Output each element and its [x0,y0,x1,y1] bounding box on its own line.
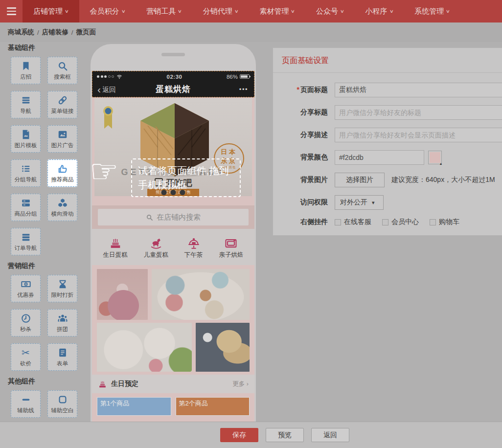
phone-speaker [161,53,185,56]
clock-icon [21,313,31,324]
component-shop-sign[interactable]: 店招 [11,57,41,84]
chevron-down-icon: ∨ [121,9,125,14]
shopping-cart-checkbox[interactable]: 购物车 [430,218,459,226]
component-group-buy[interactable]: 拼团 [47,309,77,336]
component-recommended-products[interactable]: 推荐商品 [47,159,77,187]
search-icon [146,214,153,221]
category-nav-component: 生日蛋糕 儿童蛋糕 下午茶 亲子烘焙 [92,229,254,265]
color-picker-swatch[interactable] [428,151,442,164]
cake-small-icon [98,380,107,389]
page-title: 蛋糕烘焙 [156,84,191,95]
birthday-booking-section[interactable]: 生日预定 更多 [92,375,254,393]
link-icon [57,94,68,106]
drag-tip-tooltip: 试着将页面组件,拖到手机模拟框 [131,158,241,197]
field-page-title: *页面标题 [273,83,502,97]
pointing-hand-icon: ☞ [90,156,118,188]
more-link[interactable]: 更多 [232,380,249,388]
cake-dome-icon [187,235,201,250]
product-placeholder-2[interactable]: 第2个商品 [176,397,250,416]
gallery-image-bread[interactable] [196,323,250,372]
breadcrumb-mall-system[interactable]: 商城系统 [8,28,34,37]
chevron-down-icon: ∨ [340,9,344,14]
phone-simulator: 02:30 86% 返回 蛋糕烘焙 ••• [91,44,256,422]
wifi-icon [116,74,122,80]
share-description-input[interactable] [335,128,502,142]
share-title-input[interactable] [335,105,502,120]
field-access-permission: 访问权限 对外公开 [273,195,502,210]
category-afternoon-tea[interactable]: 下午茶 [184,235,203,259]
component-menu-link[interactable]: 菜单链接 [47,91,77,118]
page-title-input[interactable] [335,83,502,97]
hamburger-menu-icon[interactable] [0,0,23,22]
member-center-checkbox[interactable]: 会员中心 [382,218,419,226]
field-share-title: 分享标题 [273,105,502,120]
component-navigation[interactable]: 导航 [11,91,41,118]
component-sidebar: 基础组件 店招 搜索框 导航 菜单链接 图片模板 图片广告 分组导航 推荐商品 … [6,44,87,418]
chevron-down-icon: ∨ [446,9,450,14]
component-product-group[interactable]: 商品分组 [11,194,41,221]
nav-item-marketing-tools[interactable]: 营销工具∨ [136,0,192,22]
image-size-hint: 建议宽度：640px，大小不超过1M [391,176,495,184]
breadcrumb: 商城系统 / 店铺装修 / 微页面 [0,22,502,42]
chevron-down-icon: ∨ [389,9,393,14]
chevron-down-icon: ∨ [234,9,238,14]
bookmark-icon [21,60,31,72]
action-bar: 保存 预览 返回 [0,422,502,448]
required-asterisk: * [297,86,299,93]
component-bargain[interactable]: ✂砍价 [11,343,41,371]
birthday-cake-icon [109,235,122,250]
group-nav-icon [21,163,31,175]
more-menu-icon[interactable]: ••• [239,86,248,93]
form-icon [57,347,68,358]
gallery-image-cookies[interactable] [152,269,250,320]
field-share-description: 分享描述 [273,128,502,142]
preview-button[interactable]: 预览 [266,428,304,442]
component-form[interactable]: 表单 [47,343,77,371]
phone-statusbar-block: 02:30 86% 返回 蛋糕烘焙 ••• [92,71,254,97]
section-title-marketing: 营销组件 [8,262,87,270]
checkbox-icon [382,219,388,225]
component-coupon[interactable]: 优惠券 [11,275,41,302]
nav-item-material-management[interactable]: 素材管理∨ [249,0,305,22]
choose-image-button[interactable]: 选择图片 [335,173,385,187]
breadcrumb-shop-decoration[interactable]: 店铺装修 [42,28,68,37]
nav-item-system-management[interactable]: 系统管理∨ [404,0,460,22]
component-flash-sale[interactable]: 秒杀 [11,309,41,336]
category-parent-child-baking[interactable]: 亲子烘焙 [219,235,243,259]
online-service-checkbox[interactable]: 在线客服 [335,218,371,226]
background-color-input[interactable] [335,150,424,165]
gallery-image-afternoon-tea[interactable] [97,323,192,372]
category-birthday-cake[interactable]: 生日蛋糕 [103,235,128,259]
order-nav-icon [21,231,31,243]
component-divider-line[interactable]: 辅助线 [11,390,41,418]
shop-search-input[interactable]: 在店铺内搜索 [98,209,249,225]
product-group-icon [21,197,31,209]
access-permission-select[interactable]: 对外公开 [335,195,384,210]
component-image-ad[interactable]: 图片广告 [47,125,77,153]
gallery-image-fairy-cake[interactable] [97,269,148,320]
component-limited-discount[interactable]: 限时打折 [47,275,77,302]
category-children-cake[interactable]: 儿童蛋糕 [144,235,168,259]
field-background-image: 背景图片 选择图片 建议宽度：640px，大小不超过1M [273,173,502,187]
component-order-nav[interactable]: 订单导航 [11,228,41,255]
nav-item-distribution[interactable]: 分销代理∨ [192,0,249,22]
save-button[interactable]: 保存 [220,428,258,442]
nav-item-official-account[interactable]: 公众号∨ [305,0,355,22]
hourglass-icon [57,278,68,290]
nav-item-member-points[interactable]: 会员积分∨ [79,0,136,22]
image-ad-icon [57,129,68,140]
product-placeholder-1[interactable]: 第1个商品 [97,397,171,416]
back-button[interactable]: 返回 [97,84,116,95]
component-image-template[interactable]: 图片模板 [11,125,41,153]
component-search-box[interactable]: 搜索框 [47,57,77,84]
component-group-nav[interactable]: 分组导航 [11,159,41,187]
field-background-color: 背景颜色 [273,150,502,165]
component-horizontal-slide[interactable]: 横向滑动 [47,194,77,221]
signal-strength-icon [97,75,114,78]
nav-item-mini-program[interactable]: 小程序∨ [355,0,404,22]
nav-item-shop-management[interactable]: 店铺管理∨ [23,0,79,22]
component-blank-space[interactable]: 辅助空白 [47,390,77,418]
back-button[interactable]: 返回 [311,428,349,442]
image-gallery-component [92,265,254,375]
blank-icon [57,394,68,405]
